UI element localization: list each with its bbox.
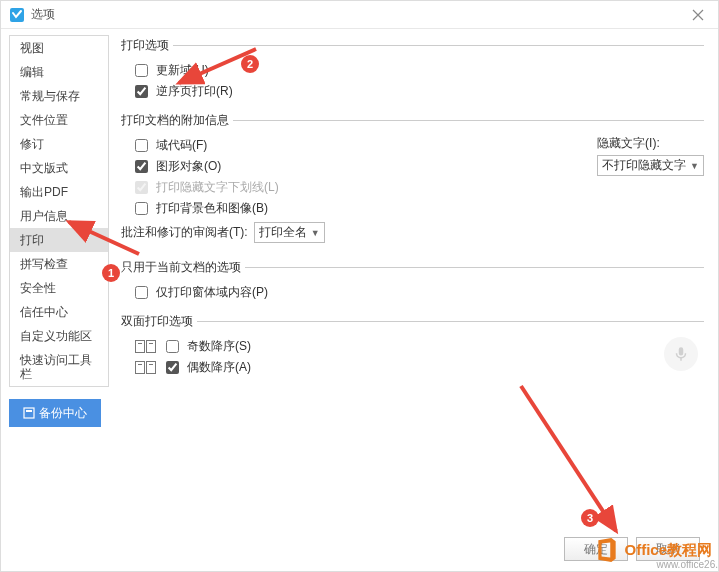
backup-icon [23,407,35,419]
group-doc-extras: 打印文档的附加信息 域代码(F) 图形对象(O) 打印隐藏文字下划线(L) 打印… [121,112,704,251]
sidebar-item[interactable]: 常规与保存 [10,84,108,108]
sidebar-item[interactable]: 视图 [10,36,108,60]
checkbox-odd-desc[interactable] [166,340,179,353]
svg-rect-2 [26,410,32,412]
sidebar-item[interactable]: 快速访问工具栏 [10,348,108,386]
duplex-even-icon [135,361,156,374]
checkbox-drawings[interactable] [135,160,148,173]
mic-icon[interactable] [664,337,698,371]
checkbox-background[interactable] [135,202,148,215]
sidebar-item[interactable]: 安全性 [10,276,108,300]
window-title: 选项 [31,6,686,23]
sidebar-item[interactable]: 拼写检查 [10,252,108,276]
chevron-down-icon: ▼ [690,161,699,171]
watermark: Office教程网 www.office26.com [594,537,712,563]
select-hidden-text[interactable]: 不打印隐藏文字 ▼ [597,155,704,176]
label-even-desc: 偶数降序(A) [187,359,251,376]
watermark-url: www.office26.com [656,559,719,570]
select-hidden-text-value: 不打印隐藏文字 [602,157,686,174]
sidebar-item[interactable]: 用户信息 [10,204,108,228]
sidebar-item[interactable]: 编辑 [10,60,108,84]
sidebar-item[interactable]: 输出PDF [10,180,108,204]
office-logo-icon [594,537,620,563]
label-drawings: 图形对象(O) [156,158,221,175]
label-background: 打印背景色和图像(B) [156,200,268,217]
sidebar-item[interactable]: 自定义功能区 [10,324,108,348]
group-current-doc: 只用于当前文档的选项 仅打印窗体域内容(P) [121,259,704,305]
backup-center-button[interactable]: 备份中心 [9,399,101,427]
select-reviewer[interactable]: 打印全名 ▼ [254,222,325,243]
label-hidden-text: 隐藏文字(I): [597,135,704,152]
sidebar-item[interactable]: 中文版式 [10,156,108,180]
svg-rect-1 [24,408,34,418]
group-duplex: 双面打印选项 奇数降序(S) 偶数降序(A) [121,313,704,380]
label-hidden-underline: 打印隐藏文字下划线(L) [156,179,279,196]
sidebar-item[interactable]: 文件位置 [10,108,108,132]
sidebar: 视图编辑常规与保存文件位置修订中文版式输出PDF用户信息打印拼写检查安全性信任中… [9,35,109,387]
sidebar-item[interactable]: 修订 [10,132,108,156]
legend-print-options: 打印选项 [121,37,173,54]
legend-current-doc: 只用于当前文档的选项 [121,259,245,276]
label-window-only: 仅打印窗体域内容(P) [156,284,268,301]
label-odd-desc: 奇数降序(S) [187,338,251,355]
legend-doc-extras: 打印文档的附加信息 [121,112,233,129]
label-field-codes: 域代码(F) [156,137,207,154]
checkbox-reverse-order[interactable] [135,85,148,98]
group-print-options: 打印选项 更新域(U) 逆序页打印(R) [121,37,704,104]
content-panel: 打印选项 更新域(U) 逆序页打印(R) 打印文档的附加信息 域代码(F) 图形… [113,29,718,571]
label-update-fields: 更新域(U) [156,62,209,79]
label-reverse-order: 逆序页打印(R) [156,83,233,100]
watermark-brand: Office教程网 [624,541,712,558]
label-reviewer: 批注和修订的审阅者(T): [121,224,248,241]
checkbox-update-fields[interactable] [135,64,148,77]
sidebar-item[interactable]: 打印 [10,228,108,252]
close-icon[interactable] [686,3,710,27]
checkbox-even-desc[interactable] [166,361,179,374]
checkbox-field-codes[interactable] [135,139,148,152]
legend-duplex: 双面打印选项 [121,313,197,330]
select-reviewer-value: 打印全名 [259,224,307,241]
checkbox-hidden-underline [135,181,148,194]
duplex-odd-icon [135,340,156,353]
backup-label: 备份中心 [39,405,87,422]
app-icon [9,7,25,23]
checkbox-window-only[interactable] [135,286,148,299]
chevron-down-icon: ▼ [311,228,320,238]
sidebar-item[interactable]: 信任中心 [10,300,108,324]
